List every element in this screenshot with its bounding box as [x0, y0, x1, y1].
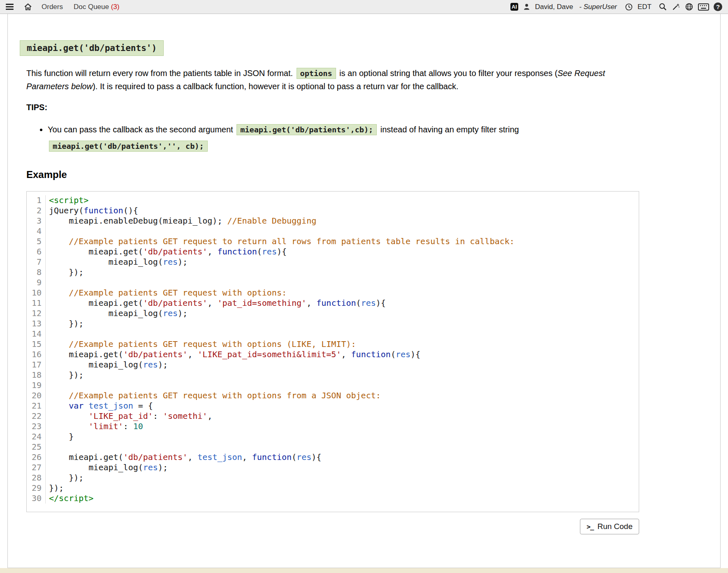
- line-number: 25: [27, 442, 46, 452]
- inline-code-get-empty-filter: mieapi.get('db/patients','', cb);: [49, 141, 208, 152]
- line-number: 12: [27, 308, 46, 319]
- doc-content: mieapi.get('db/patients') This function …: [26, 40, 639, 534]
- tip-item: You can pass the callback as the second …: [48, 121, 639, 154]
- code-text: //Example patients GET request with opti…: [46, 288, 287, 298]
- intro-text-3: ). It is required to pass a callback fun…: [93, 82, 458, 91]
- code-line: 25: [27, 442, 639, 452]
- timezone-label: EDT: [638, 3, 651, 11]
- code-text: [46, 442, 49, 452]
- code-text: });: [46, 473, 83, 483]
- code-text: mieapi_log(res);: [46, 257, 188, 267]
- code-line: 27 mieapi_log(res);: [27, 462, 639, 473]
- run-row: >_Run Code: [26, 519, 639, 534]
- code-text: mieapi.get('db/patients', function(res){: [46, 247, 287, 257]
- line-number: 4: [27, 226, 46, 236]
- code-text: //Example patients GET request with opti…: [46, 339, 356, 349]
- line-number: 5: [27, 236, 46, 247]
- code-line: 1<script>: [27, 195, 639, 206]
- code-line: 20 //Example patients GET request with o…: [27, 390, 639, 401]
- keyboard-icon[interactable]: [698, 3, 709, 11]
- menu-icon[interactable]: [6, 4, 14, 10]
- wand-icon[interactable]: [672, 2, 680, 11]
- tip-text-2: instead of having an empty filter string: [378, 125, 519, 134]
- code-line: 4: [27, 226, 639, 236]
- line-number: 6: [27, 247, 46, 257]
- page-title-code: mieapi.get('db/patients'): [20, 40, 164, 56]
- code-block: 1<script>2jQuery(function(){3 mieapi.ena…: [26, 191, 639, 512]
- code-line: 10 //Example patients GET request with o…: [27, 288, 639, 298]
- line-number: 1: [27, 195, 46, 206]
- line-number: 3: [27, 216, 46, 226]
- code-text: mieapi.enableDebug(mieapi_log); //Enable…: [46, 216, 316, 226]
- line-number: 9: [27, 277, 46, 288]
- doc-queue-count: (3): [111, 3, 120, 11]
- line-number: 8: [27, 267, 46, 277]
- line-number: 17: [27, 360, 46, 370]
- inline-code-get-cb: mieapi.get('db/patients',cb);: [236, 124, 377, 135]
- line-number: 27: [27, 462, 46, 473]
- line-number: 21: [27, 401, 46, 411]
- code-text: [46, 226, 49, 236]
- code-line: 12 mieapi_log(res);: [27, 308, 639, 319]
- topbar-right: AI David, Dave - SuperUser EDT: [510, 2, 722, 11]
- nav-orders[interactable]: Orders: [42, 3, 63, 11]
- code-line: 9: [27, 277, 639, 288]
- code-text: jQuery(function(){: [46, 206, 138, 216]
- help-icon[interactable]: ?: [714, 2, 722, 11]
- line-number: 24: [27, 432, 46, 442]
- line-number: 29: [27, 483, 46, 493]
- code-line: 8 });: [27, 267, 639, 277]
- code-text: });: [46, 267, 83, 277]
- code-line: 19: [27, 380, 639, 390]
- code-line: 2jQuery(function(){: [27, 206, 639, 216]
- line-number: 7: [27, 257, 46, 267]
- intro-text-2: is an optional string that allows you to…: [337, 69, 558, 78]
- code-text: });: [46, 319, 83, 329]
- line-number: 15: [27, 339, 46, 349]
- code-text: }: [46, 432, 74, 442]
- user-icon[interactable]: [523, 3, 531, 11]
- code-text: });: [46, 370, 83, 380]
- globe-icon[interactable]: [685, 2, 693, 11]
- line-number: 13: [27, 319, 46, 329]
- code-text: });: [46, 483, 64, 493]
- tip-text-1: You can pass the callback as the second …: [48, 125, 235, 134]
- nav-doc-queue[interactable]: Doc Queue (3): [74, 3, 120, 11]
- code-line: 29});: [27, 483, 639, 493]
- code-text: [46, 380, 49, 390]
- code-text: mieapi.get('db/patients', 'pat_id=someth…: [46, 298, 386, 308]
- code-line: 14: [27, 329, 639, 339]
- code-line: 24 }: [27, 432, 639, 442]
- code-line: 11 mieapi.get('db/patients', 'pat_id=som…: [27, 298, 639, 308]
- code-text: <script>: [46, 195, 88, 206]
- inline-code-options: options: [297, 68, 336, 79]
- line-number: 23: [27, 421, 46, 432]
- code-text: mieapi_log(res);: [46, 308, 188, 319]
- code-line: 26 mieapi.get('db/patients', test_json, …: [27, 452, 639, 462]
- clock-icon[interactable]: [625, 3, 633, 11]
- terminal-prompt-icon: >_: [587, 523, 594, 531]
- ai-badge[interactable]: AI: [510, 3, 518, 11]
- code-text: var test_json = {: [46, 401, 153, 411]
- code-text: [46, 329, 49, 339]
- run-code-label: Run Code: [597, 522, 633, 531]
- run-code-button[interactable]: >_Run Code: [580, 519, 639, 534]
- line-number: 22: [27, 411, 46, 421]
- tips-list: You can pass the callback as the second …: [26, 121, 639, 154]
- user-role: - SuperUser: [579, 3, 617, 11]
- intro-text-1: This function will return every row from…: [26, 69, 295, 78]
- code-line: 23 'limit': 10: [27, 421, 639, 432]
- code-line: 22 'LIKE_pat_id': 'somethi',: [27, 411, 639, 421]
- tips-heading: TIPS:: [26, 103, 639, 112]
- code-line: 5 //Example patients GET request to retu…: [27, 236, 639, 247]
- code-line: 3 mieapi.enableDebug(mieapi_log); //Enab…: [27, 216, 639, 226]
- code-text: 'LIKE_pat_id': 'somethi',: [46, 411, 212, 421]
- search-icon[interactable]: [658, 2, 667, 11]
- doc-queue-label: Doc Queue: [74, 3, 109, 11]
- home-icon[interactable]: [23, 2, 32, 12]
- line-number: 18: [27, 370, 46, 380]
- line-number: 10: [27, 288, 46, 298]
- code-line: 28 });: [27, 473, 639, 483]
- code-line: 7 mieapi_log(res);: [27, 257, 639, 267]
- line-number: 14: [27, 329, 46, 339]
